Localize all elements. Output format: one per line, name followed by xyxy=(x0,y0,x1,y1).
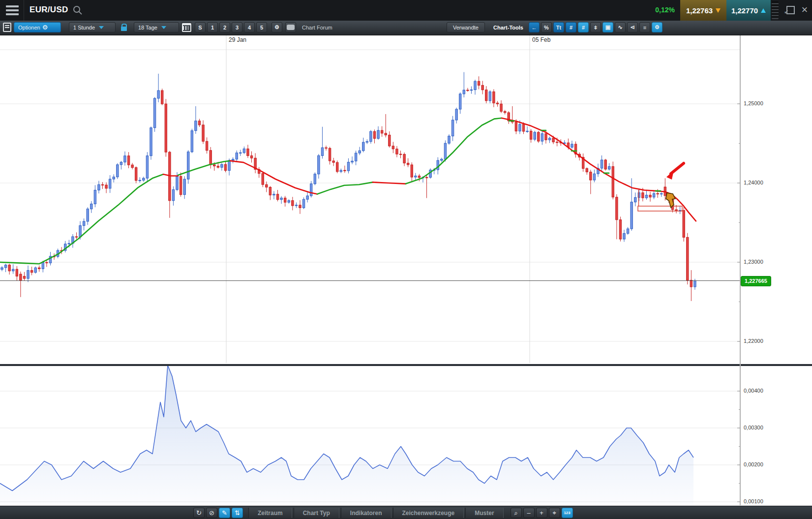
refresh-icon[interactable]: ↻ xyxy=(193,508,205,518)
interval-preset-5[interactable]: 5 xyxy=(256,22,267,32)
title-bar: EUR/USD 0,12% 1,22763 1,22770 ↙ × xyxy=(0,0,812,21)
disable-drawing-icon[interactable]: ⊘ xyxy=(206,508,217,518)
chart-canvas[interactable] xyxy=(0,0,812,519)
divider xyxy=(24,0,24,21)
interval-preset-1[interactable]: 1 xyxy=(207,22,218,32)
chat-bubble-icon[interactable] xyxy=(285,22,296,32)
lock-icon[interactable] xyxy=(117,22,131,32)
bottom-tab-zeitraum[interactable]: Zeitraum xyxy=(248,508,292,518)
range-dropdown[interactable]: 18 Tage xyxy=(134,22,179,32)
buy-price-button[interactable]: 1,22770 xyxy=(726,0,771,21)
crosshair-icon[interactable]: ⌖ xyxy=(549,508,560,518)
options-label: Optionen xyxy=(18,25,40,31)
windows-layout-icon[interactable]: ▣ xyxy=(602,22,613,32)
options-button[interactable]: Optionen ⚙ xyxy=(14,22,61,32)
interval-dropdown[interactable]: 1 Stunde xyxy=(69,22,116,32)
text-annotation-icon[interactable]: Tt xyxy=(553,22,564,32)
sort-updown-icon[interactable]: ⇅ xyxy=(232,508,243,518)
buy-arrow-up-icon xyxy=(761,8,766,13)
bottom-tab-indikatoren[interactable]: Indikatoren xyxy=(341,508,391,518)
dock-left-icon[interactable]: ← xyxy=(529,22,540,32)
price-axis-label: 1,25000 xyxy=(744,100,763,106)
date-axis-label: 05 Feb xyxy=(532,36,550,43)
bottom-tab-chart-typ[interactable]: Chart Typ xyxy=(294,508,339,518)
close-window-icon[interactable]: × xyxy=(800,4,810,16)
chart-tools-label: Chart-Tools xyxy=(489,22,527,32)
candles xyxy=(1,72,696,301)
bottom-toolbar: ↻⊘✎⇅ZeitraumChart TypIndikatorenZeichenw… xyxy=(0,506,812,519)
indicator-axis-label: 0,00400 xyxy=(744,388,763,394)
change-percent: 0,12% xyxy=(643,6,675,14)
date-axis-label: 29 Jan xyxy=(229,36,246,43)
interval-preset-3[interactable]: 3 xyxy=(232,22,242,32)
pattern-icon[interactable]: ∿ xyxy=(615,22,626,32)
trading-app-window: { "window": { "title": "EUR/USD", "chang… xyxy=(0,0,812,519)
search-icon[interactable] xyxy=(73,5,83,15)
chart-settings-gear-icon[interactable]: ⚙ xyxy=(271,22,282,32)
symbol-title: EUR/USD xyxy=(30,5,68,15)
grid-icon[interactable]: # xyxy=(566,22,576,32)
related-button[interactable]: Verwandte xyxy=(447,22,485,32)
buy-price: 1,22770 xyxy=(731,6,758,15)
zoom-search-icon[interactable]: ⌕ xyxy=(511,508,522,518)
red-arrow-head xyxy=(666,170,674,180)
price-axis-label: 1,23000 xyxy=(744,259,763,265)
indicator-axis-label: 0,00300 xyxy=(744,425,763,430)
bottom-tab-muster[interactable]: Muster xyxy=(465,508,503,518)
range-label: 18 Tage xyxy=(138,25,157,31)
layers-list-icon[interactable]: ≡ xyxy=(639,22,650,32)
chevron-down-icon xyxy=(99,26,104,29)
chart-forum-link[interactable]: Chart Forum xyxy=(298,22,336,32)
chevron-down-icon xyxy=(161,26,166,29)
percent-scale-icon[interactable]: % xyxy=(541,22,552,32)
sell-price: 1,22763 xyxy=(686,6,713,15)
indicator-axis-label: 0,00100 xyxy=(744,498,763,504)
drag-grip[interactable] xyxy=(772,1,779,19)
interval-preset-4[interactable]: 4 xyxy=(244,22,255,32)
indicator-axis-label: 0,00200 xyxy=(744,461,763,467)
restore-window-icon[interactable]: ↙ xyxy=(784,5,795,15)
price-axis-label: 1,22000 xyxy=(744,338,763,344)
settings-edit-icon[interactable]: ⚙ xyxy=(652,22,662,32)
interval-preset-2[interactable]: 2 xyxy=(219,22,230,32)
candlestick-type-icon[interactable]: ǂ xyxy=(590,22,601,32)
calendar-icon[interactable] xyxy=(181,22,192,32)
sell-price-button[interactable]: 1,22763 xyxy=(680,0,726,21)
bottom-tab-zeichenwerkzeuge[interactable]: Zeichenwerkzeuge xyxy=(393,508,464,518)
label-tag-icon[interactable]: ⊲ xyxy=(627,22,638,32)
price-axis-label: 1,24000 xyxy=(744,180,763,185)
news-list-icon[interactable] xyxy=(1,22,13,32)
sell-arrow-down-icon xyxy=(716,8,721,13)
numeric-keypad-icon[interactable]: 123 xyxy=(562,508,573,518)
gear-icon: ⚙ xyxy=(42,24,48,31)
current-price-badge: 1,227665 xyxy=(741,276,771,286)
interval-preset-s[interactable]: S xyxy=(195,22,206,32)
chart-toolbar: Optionen ⚙ 1 Stunde 18 Tage S12345 ⚙ Cha… xyxy=(0,21,812,35)
zoom-in-icon[interactable]: + xyxy=(536,508,547,518)
grid-edit-icon[interactable]: # xyxy=(578,22,589,32)
menu-icon[interactable] xyxy=(6,5,19,15)
draw-pencil-icon[interactable]: ✎ xyxy=(219,508,230,518)
zoom-out-icon[interactable]: – xyxy=(523,508,535,518)
interval-label: 1 Stunde xyxy=(73,25,95,31)
